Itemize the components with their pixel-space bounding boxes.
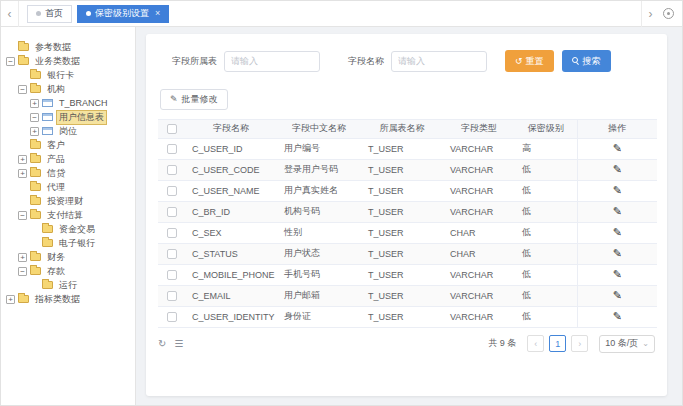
row-checkbox[interactable] [167,291,177,301]
prev-page-button[interactable]: ‹ [527,335,544,352]
row-checkbox[interactable] [167,207,177,217]
row-checkbox[interactable] [167,144,177,154]
cell-name: C_USER_NAME [185,180,277,201]
page-1-button[interactable]: 1 [549,335,566,352]
tree-node[interactable]: −存款 [6,264,133,278]
next-page-button[interactable]: › [571,335,588,352]
tree-node[interactable]: +财务 [6,250,133,264]
reset-button[interactable]: ↺ 重置 [505,50,554,72]
sidebar: 参考数据−业务类数据银行卡−机构+T_BRANCH−用户信息表+岗位客户+产品+… [1,27,136,405]
cell-cn: 用户真实姓名 [277,180,361,201]
edit-row-icon[interactable]: ✎ [613,226,622,238]
tab-scroll-left-icon[interactable]: ‹ [1,1,19,27]
tree-node[interactable]: +T_BRANCH [6,96,133,110]
tree-node[interactable]: 代理 [6,180,133,194]
tree-node-label: 用户信息表 [56,110,107,125]
collapse-icon[interactable]: − [6,57,15,66]
tree-node[interactable]: +产品 [6,152,133,166]
collapse-icon[interactable]: − [30,113,39,122]
tab-close-icon[interactable]: × [155,9,160,18]
tree-node-label: 财务 [44,250,68,265]
row-checkbox[interactable] [167,165,177,175]
collapse-icon[interactable]: − [18,267,27,276]
edit-row-icon[interactable]: ✎ [613,268,622,280]
expand-icon[interactable]: + [6,295,15,304]
edit-row-icon[interactable]: ✎ [613,247,622,259]
tree-node-label: 运行 [56,278,80,293]
tree-node[interactable]: +岗位 [6,124,133,138]
cell-name: C_USER_ID [185,138,277,159]
tree-node[interactable]: −机构 [6,82,133,96]
tree-node[interactable]: +指标类数据 [6,292,133,306]
batch-edit-button[interactable]: ✎ 批量修改 [160,89,228,110]
select-all-checkbox[interactable] [167,124,177,134]
edit-row-icon[interactable]: ✎ [613,289,622,301]
folder-icon [30,169,41,177]
edit-row-icon[interactable]: ✎ [613,205,622,217]
tree-node[interactable]: −用户信息表 [6,110,133,124]
page-size-select[interactable]: 10 条/页 ⌄ [599,335,655,353]
edit-row-icon[interactable]: ✎ [613,142,622,154]
expander-spacer [18,183,27,192]
field-name-input[interactable] [391,51,487,72]
column-settings-icon[interactable]: ☰ [174,338,183,349]
table-row: C_USER_NAME用户真实姓名T_USERVARCHAR低✎ [158,180,657,201]
tab-scroll-right-icon[interactable]: › [641,1,659,27]
row-checkbox[interactable] [167,228,177,238]
edit-row-icon[interactable]: ✎ [613,310,622,322]
folder-icon [30,155,41,163]
cell-type: VARCHAR [443,306,515,327]
tree-node[interactable]: 参考数据 [6,40,133,54]
cell-level: 低 [515,222,577,243]
tree-node[interactable]: −支付结算 [6,208,133,222]
collapse-icon[interactable]: − [18,85,27,94]
field-table-input[interactable] [224,51,320,72]
refresh-icon[interactable]: ↻ [158,338,166,349]
tree-node[interactable]: 电子银行 [6,236,133,250]
tree-node-label: 岗位 [56,124,80,139]
cell-name: C_STATUS [185,243,277,264]
row-checkbox[interactable] [167,270,177,280]
tree-node[interactable]: 客户 [6,138,133,152]
tab-dot-icon [86,11,91,16]
table-row: C_BR_ID机构号码T_USERVARCHAR低✎ [158,201,657,222]
search-button[interactable]: 搜索 [562,50,611,72]
tree-node-label: 信贷 [44,166,68,181]
table-body: C_USER_ID用户编号T_USERVARCHAR高✎C_USER_CODE登… [158,138,657,327]
expand-icon[interactable]: + [18,169,27,178]
expand-icon[interactable]: + [18,253,27,262]
cell-type: VARCHAR [443,201,515,222]
cell-cn: 性别 [277,222,361,243]
expand-icon[interactable]: + [30,99,39,108]
tab-actions: › [641,1,682,27]
expand-icon[interactable]: + [18,155,27,164]
cell-level: 低 [515,306,577,327]
tree-node[interactable]: 资金交易 [6,222,133,236]
tree-node[interactable]: 投资理财 [6,194,133,208]
tree-node-label: 客户 [44,138,68,153]
tab-options-icon[interactable] [663,8,674,19]
tab-home[interactable]: 首页 [27,5,72,23]
tree-node[interactable]: −业务类数据 [6,54,133,68]
cell-level: 低 [515,264,577,285]
search-label: 搜索 [583,55,601,68]
cell-level: 高 [515,138,577,159]
row-checkbox[interactable] [167,186,177,196]
expand-icon[interactable]: + [30,127,39,136]
pagination: 共 9 条 ‹ 1 › 10 条/页 ⌄ [488,335,655,353]
tree-node[interactable]: +信贷 [6,166,133,180]
expander-spacer [18,71,27,80]
cell-cn: 用户状态 [277,243,361,264]
tree-node[interactable]: 运行 [6,278,133,292]
tree-node[interactable]: 银行卡 [6,68,133,82]
app-window: ‹ 首页 保密级别设置 × › 参考数据−业务类数据银行卡−机构+T_BRANC… [0,0,683,406]
cell-table: T_USER [361,138,443,159]
row-checkbox[interactable] [167,312,177,322]
tab-secrecy-level-settings[interactable]: 保密级别设置 × [77,5,169,23]
edit-row-icon[interactable]: ✎ [613,184,622,196]
folder-icon [30,141,41,149]
collapse-icon[interactable]: − [18,211,27,220]
row-checkbox[interactable] [167,249,177,259]
tree-node-label: 资金交易 [56,222,98,237]
edit-row-icon[interactable]: ✎ [613,163,622,175]
